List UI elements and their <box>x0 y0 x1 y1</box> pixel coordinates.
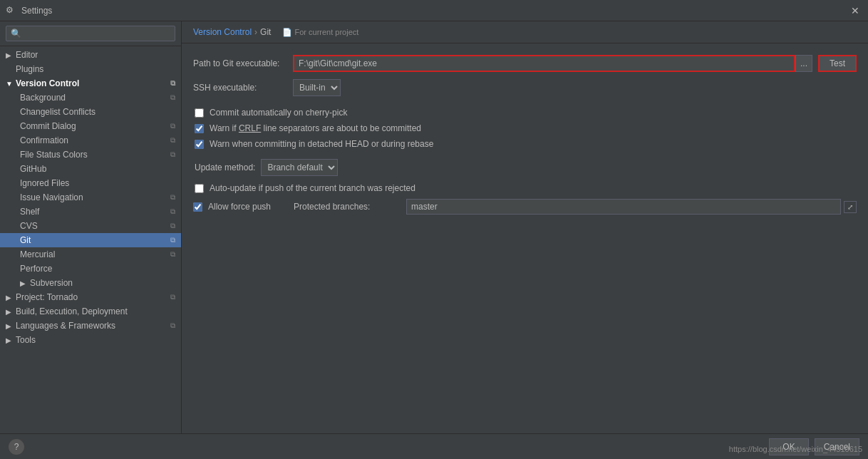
sidebar-item-plugins[interactable]: Plugins <box>0 62 181 76</box>
sidebar-item-confirmation[interactable]: Confirmation ⧉ <box>0 133 181 148</box>
copy-icon-cvs: ⧉ <box>170 222 175 230</box>
crlf-warn-label[interactable]: Warn if CRLF line separators are about t… <box>210 123 421 133</box>
search-box <box>0 21 181 46</box>
git-exe-row: Path to Git executable: ... Test <box>193 55 857 72</box>
sidebar-item-ignored-files[interactable]: Ignored Files <box>0 176 181 190</box>
sidebar-item-file-status-colors[interactable]: File Status Colors ⧉ <box>0 148 181 162</box>
expand-arrow-tools: ▶ <box>6 336 14 344</box>
sidebar-item-changelist-conflicts[interactable]: Changelist Conflicts <box>0 105 181 119</box>
bottom-bar: ? OK Cancel <box>0 433 868 459</box>
update-method-row: Update method: Branch default Merge Reba… <box>193 159 857 176</box>
cherry-pick-label[interactable]: Commit automatically on cherry-pick <box>210 108 347 118</box>
sidebar-item-commit-dialog[interactable]: Commit Dialog ⧉ <box>0 119 181 133</box>
sidebar-label-mercurial: Mercurial <box>20 249 55 259</box>
breadcrumb-project-label: 📄 For current project <box>282 28 358 37</box>
sidebar-item-issue-navigation[interactable]: Issue Navigation ⧉ <box>0 190 181 205</box>
ssh-exe-row: SSH executable: Built-in Native <box>193 79 857 96</box>
force-push-row: Allow force push Protected branches: ⤢ <box>193 199 857 215</box>
copy-icon-commit: ⧉ <box>170 122 175 130</box>
protected-branches-label: Protected branches: <box>294 202 401 212</box>
sidebar-item-github[interactable]: GitHub <box>0 162 181 176</box>
ok-button[interactable]: OK <box>769 438 808 455</box>
sidebar-label-cvs: CVS <box>20 221 38 231</box>
detached-head-row: Warn when committing in detached HEAD or… <box>193 139 857 149</box>
test-button[interactable]: Test <box>818 55 857 72</box>
git-exe-input[interactable] <box>293 55 795 72</box>
search-input[interactable] <box>6 26 175 41</box>
expand-arrow-lang: ▶ <box>6 322 14 330</box>
copy-icon-vc: ⧉ <box>170 79 175 88</box>
sidebar-label-file-status: File Status Colors <box>20 150 88 160</box>
sidebar-label-subversion: Subversion <box>30 278 73 288</box>
breadcrumb-git: Git <box>260 27 271 37</box>
sidebar-label-shelf: Shelf <box>20 207 39 217</box>
detached-head-checkbox[interactable] <box>195 140 204 149</box>
sidebar-item-git[interactable]: Git ⧉ <box>0 233 181 247</box>
sidebar-tree: ▶ Editor Plugins ▼ Version Control ⧉ Bac… <box>0 46 181 433</box>
sidebar-label-confirmation: Confirmation <box>20 135 68 145</box>
ssh-executable-select[interactable]: Built-in Native <box>293 79 341 96</box>
auto-push-checkbox[interactable] <box>195 184 204 193</box>
copy-icon-lang: ⧉ <box>170 321 175 330</box>
copy-icon-file: ⧉ <box>170 150 175 159</box>
copy-icon-confirm: ⧉ <box>170 136 175 145</box>
sidebar-label-issue: Issue Navigation <box>20 192 83 202</box>
copy-icon-git: ⧉ <box>170 236 175 244</box>
cancel-button[interactable]: Cancel <box>815 438 859 455</box>
copy-icon-bg: ⧉ <box>170 93 175 102</box>
breadcrumb-version-control[interactable]: Version Control <box>193 27 252 37</box>
sidebar-item-shelf[interactable]: Shelf ⧉ <box>0 205 181 219</box>
crlf-warn-checkbox[interactable] <box>195 124 204 133</box>
expand-arrow-build: ▶ <box>6 308 14 316</box>
sidebar-item-cvs[interactable]: CVS ⧉ <box>0 219 181 233</box>
sidebar-label-git: Git <box>20 235 31 245</box>
force-push-label[interactable]: Allow force push <box>208 202 294 212</box>
close-button[interactable]: ✕ <box>848 4 862 18</box>
expand-arrow-subversion: ▶ <box>20 279 29 287</box>
cherry-pick-checkbox[interactable] <box>195 108 204 118</box>
protected-branches-expand-button[interactable]: ⤢ <box>844 201 857 213</box>
help-button[interactable]: ? <box>9 439 24 455</box>
expand-arrow-project: ▶ <box>6 294 14 301</box>
sidebar-item-editor[interactable]: ▶ Editor <box>0 48 181 62</box>
sidebar-item-version-control[interactable]: ▼ Version Control ⧉ <box>0 76 181 91</box>
cherry-pick-row: Commit automatically on cherry-pick <box>193 108 857 118</box>
expand-arrow-vc: ▼ <box>6 80 14 88</box>
sidebar-item-subversion[interactable]: ▶ Subversion <box>0 276 181 290</box>
auto-push-label[interactable]: Auto-update if push of the current branc… <box>210 183 415 193</box>
sidebar-item-background[interactable]: Background ⧉ <box>0 91 181 105</box>
sidebar-item-build[interactable]: ▶ Build, Execution, Deployment <box>0 304 181 319</box>
sidebar-label-vc: Version Control <box>16 78 79 88</box>
breadcrumb-arrow: › <box>254 27 257 37</box>
sidebar-item-tools[interactable]: ▶ Tools <box>0 333 181 347</box>
bottom-left: ? <box>9 439 24 455</box>
sidebar-item-mercurial[interactable]: Mercurial ⧉ <box>0 247 181 262</box>
copy-icon-mercurial: ⧉ <box>170 250 175 259</box>
detached-head-label[interactable]: Warn when committing in detached HEAD or… <box>210 139 433 149</box>
sidebar-label-github: GitHub <box>20 164 46 174</box>
title-bar: ⚙ Settings ✕ <box>0 0 868 21</box>
content-area: Version Control › Git 📄 For current proj… <box>182 21 868 433</box>
sidebar-label-plugins: Plugins <box>16 64 43 74</box>
ssh-exe-label: SSH executable: <box>193 83 293 93</box>
sidebar-item-perforce[interactable]: Perforce <box>0 262 181 276</box>
window-title: Settings <box>21 6 848 16</box>
git-exe-browse-button[interactable]: ... <box>795 55 812 72</box>
git-exe-label: Path to Git executable: <box>193 58 293 68</box>
sidebar-label-editor: Editor <box>16 50 38 60</box>
sidebar-item-project-tornado[interactable]: ▶ Project: Tornado ⧉ <box>0 290 181 304</box>
force-push-checkbox[interactable] <box>193 202 202 212</box>
sidebar-label-tools: Tools <box>16 335 36 345</box>
expand-arrow-editor: ▶ <box>6 51 14 59</box>
update-method-select[interactable]: Branch default Merge Rebase <box>261 159 338 176</box>
git-exe-input-wrapper: ... <box>293 55 812 72</box>
protected-branches-input[interactable] <box>406 199 841 215</box>
sidebar-label-project: Project: Tornado <box>16 292 78 302</box>
copy-icon-project: ⧉ <box>170 293 175 301</box>
sidebar-item-languages[interactable]: ▶ Languages & Frameworks ⧉ <box>0 319 181 333</box>
copy-icon-issue: ⧉ <box>170 193 175 202</box>
sidebar-label-perforce: Perforce <box>20 264 52 274</box>
auto-push-row: Auto-update if push of the current branc… <box>193 183 857 193</box>
copy-icon-shelf: ⧉ <box>170 207 175 216</box>
sidebar: ▶ Editor Plugins ▼ Version Control ⧉ Bac… <box>0 21 182 433</box>
